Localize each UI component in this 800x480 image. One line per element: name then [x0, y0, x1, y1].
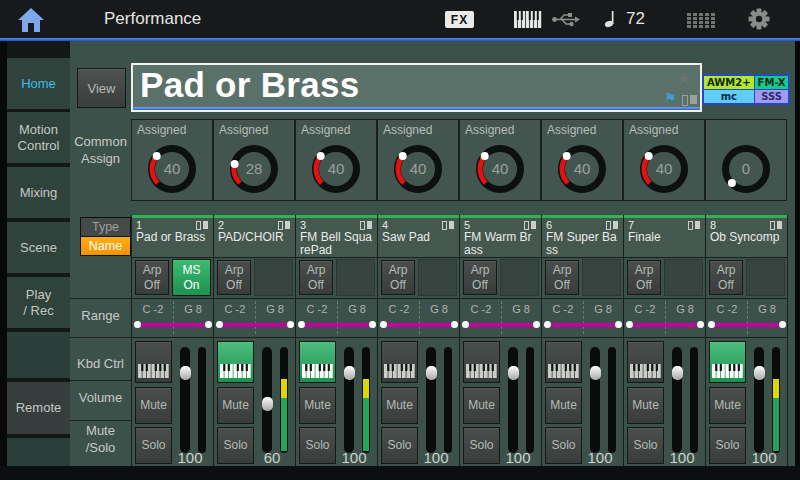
- favorite-star-icon[interactable]: ★: [677, 69, 691, 88]
- kbd-ctrl-button[interactable]: [135, 341, 172, 383]
- volume-fader-track[interactable]: [672, 347, 682, 453]
- assign-knob-7[interactable]: 40: [635, 140, 693, 202]
- volume-fader-track[interactable]: [344, 347, 354, 453]
- range-low-handle[interactable]: [298, 321, 305, 328]
- kbd-ctrl-button[interactable]: [217, 341, 254, 383]
- range-high-handle[interactable]: [205, 321, 212, 328]
- volume-fader-handle[interactable]: [754, 366, 765, 380]
- arp-on-off-button[interactable]: ArpOff: [299, 260, 333, 295]
- sidebar-item-scene[interactable]: Scene: [7, 222, 70, 273]
- volume-fader-track[interactable]: [754, 347, 764, 453]
- sidebar-item-motion-control[interactable]: MotionControl: [7, 112, 70, 163]
- part-name[interactable]: Ob Syncomp: [710, 231, 784, 244]
- arp-on-off-button[interactable]: ArpOff: [217, 260, 251, 295]
- range-high-handle[interactable]: [287, 321, 294, 328]
- fx-icon[interactable]: FX: [445, 11, 474, 28]
- range-slider[interactable]: [299, 323, 375, 327]
- range-high-handle[interactable]: [697, 321, 704, 328]
- arp-on-off-button[interactable]: ArpOff: [709, 260, 743, 295]
- range-high-handle[interactable]: [779, 321, 786, 328]
- part-name[interactable]: Saw Pad: [382, 231, 456, 244]
- performance-name[interactable]: Pad or Brass: [140, 65, 360, 105]
- volume-fader-handle[interactable]: [262, 397, 273, 411]
- range-slider[interactable]: [545, 323, 621, 327]
- sidebar-item-remote[interactable]: Remote: [7, 382, 70, 434]
- mute-button[interactable]: Mute: [627, 387, 664, 424]
- kbd-ctrl-button[interactable]: [463, 341, 500, 383]
- part-name[interactable]: PAD/CHOIR: [218, 231, 292, 244]
- part-name[interactable]: Finale: [628, 231, 702, 244]
- volume-fader-track[interactable]: [508, 347, 518, 453]
- volume-fader-handle[interactable]: [672, 366, 683, 380]
- mute-button[interactable]: Mute: [135, 387, 172, 424]
- range-slider[interactable]: [135, 323, 211, 327]
- sidebar-item-mixing[interactable]: Mixing: [7, 167, 70, 218]
- range-high-handle[interactable]: [369, 321, 376, 328]
- range-slider[interactable]: [627, 323, 703, 327]
- assign-knob-1[interactable]: 40: [143, 140, 201, 202]
- range-high-handle[interactable]: [615, 321, 622, 328]
- mute-button[interactable]: Mute: [545, 387, 582, 424]
- range-slider[interactable]: [381, 323, 457, 327]
- volume-fader-track[interactable]: [180, 347, 190, 453]
- range-slider[interactable]: [217, 323, 293, 327]
- kbd-ctrl-button[interactable]: [545, 341, 582, 383]
- assign-knob-2[interactable]: 28: [225, 140, 283, 202]
- arp-on-off-button[interactable]: ArpOff: [381, 260, 415, 295]
- view-button[interactable]: View: [77, 68, 126, 108]
- range-high-handle[interactable]: [533, 321, 540, 328]
- motion-seq-button[interactable]: MSOn: [172, 259, 211, 296]
- range-low-handle[interactable]: [626, 321, 633, 328]
- part-name[interactable]: Pad or Brass: [136, 231, 210, 244]
- range-high-handle[interactable]: [451, 321, 458, 328]
- range-slider[interactable]: [463, 323, 539, 327]
- home-icon[interactable]: [17, 7, 45, 33]
- kbd-ctrl-button[interactable]: [709, 341, 746, 383]
- sidebar-item-home[interactable]: Home: [7, 58, 70, 109]
- mute-button[interactable]: Mute: [217, 387, 254, 424]
- tempo-value[interactable]: 72: [626, 9, 645, 29]
- range-low-handle[interactable]: [708, 321, 715, 328]
- kbd-ctrl-button[interactable]: [299, 341, 336, 383]
- range-low: C -2: [708, 303, 746, 315]
- volume-fader-track[interactable]: [590, 347, 600, 453]
- volume-fader-handle[interactable]: [590, 366, 601, 380]
- assign-knob-4[interactable]: 40: [389, 140, 447, 202]
- assign-knob-3[interactable]: 40: [307, 140, 365, 202]
- volume-fader-handle[interactable]: [508, 366, 519, 380]
- range-low-handle[interactable]: [544, 321, 551, 328]
- kbd-ctrl-button[interactable]: [381, 341, 418, 383]
- range-slider[interactable]: [709, 323, 785, 327]
- quarter-note-icon[interactable]: [604, 10, 618, 28]
- mute-button[interactable]: Mute: [381, 387, 418, 424]
- range-low-handle[interactable]: [380, 321, 387, 328]
- type-button[interactable]: Type: [81, 218, 130, 236]
- name-button[interactable]: Name: [81, 237, 130, 255]
- part-name[interactable]: FM Bell SquarePad: [300, 231, 374, 257]
- range-low-handle[interactable]: [216, 321, 223, 328]
- arp-on-off-button[interactable]: ArpOff: [545, 260, 579, 295]
- range-low-handle[interactable]: [462, 321, 469, 328]
- arp-on-off-button[interactable]: ArpOff: [463, 260, 497, 295]
- assign-knob-8[interactable]: 0: [717, 140, 775, 202]
- volume-fader-handle[interactable]: [180, 366, 191, 380]
- pattern-grid-icon[interactable]: [687, 13, 715, 28]
- kbd-ctrl-button[interactable]: [627, 341, 664, 383]
- arp-on-off-button[interactable]: ArpOff: [135, 260, 169, 295]
- part-name[interactable]: FM Warm Brass: [464, 231, 538, 257]
- volume-fader-handle[interactable]: [426, 366, 437, 380]
- range-low-handle[interactable]: [134, 321, 141, 328]
- mute-button[interactable]: Mute: [463, 387, 500, 424]
- mute-button[interactable]: Mute: [299, 387, 336, 424]
- sidebar-item-play-rec[interactable]: Play/ Rec: [7, 277, 70, 328]
- performance-name-box[interactable]: Pad or Brass: [131, 63, 702, 112]
- keyboard-icon[interactable]: [514, 11, 542, 28]
- assign-knob-5[interactable]: 40: [471, 140, 529, 202]
- volume-fader-track[interactable]: [426, 347, 436, 453]
- settings-gear-icon[interactable]: [748, 8, 770, 30]
- mute-button[interactable]: Mute: [709, 387, 746, 424]
- part-name[interactable]: FM Super Bass: [546, 231, 620, 257]
- assign-knob-6[interactable]: 40: [553, 140, 611, 202]
- arp-on-off-button[interactable]: ArpOff: [627, 260, 661, 295]
- volume-fader-handle[interactable]: [344, 366, 355, 380]
